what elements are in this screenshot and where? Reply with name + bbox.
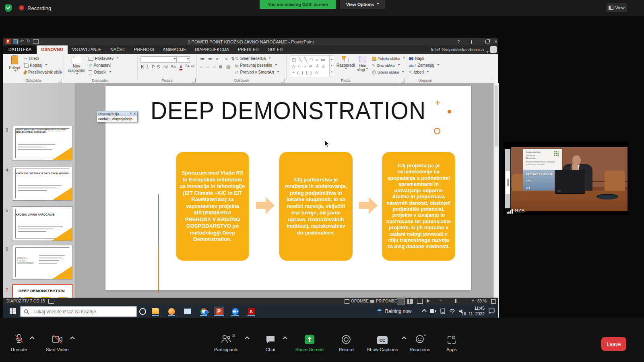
comments-button[interactable]: PRIPOMBE (370, 298, 397, 304)
view-button[interactable]: View (606, 3, 627, 12)
close-icon[interactable]: ✕ (133, 111, 136, 116)
collapse-ribbon-icon[interactable]: ˆ (491, 77, 492, 81)
unmute-button[interactable]: Unmute (6, 334, 32, 352)
reading-view-icon[interactable] (417, 299, 423, 304)
ppt-title-bar[interactable]: P ↶ ↻ ⌄ 1 POWER POINT KROŽNO JAVNO NAROČ… (3, 38, 498, 45)
speakerphone (597, 194, 618, 200)
zoom-app-icon[interactable] (230, 306, 240, 316)
arrow-shape[interactable] (256, 196, 275, 215)
search-input[interactable] (33, 309, 136, 315)
slide-thumbnail-5[interactable]: KROŽNO JAVNO NAROČANJE (12, 206, 72, 241)
firefox-icon[interactable] (167, 306, 176, 316)
apps-icon (447, 335, 456, 344)
slide-sorter-view-icon[interactable] (407, 299, 413, 304)
slide-number: 3 (6, 128, 8, 132)
action-center-icon[interactable] (489, 309, 495, 314)
start-button[interactable] (10, 308, 16, 314)
slide-box-1[interactable]: Sporazum med Vlado RS in Evropskim inšti… (176, 152, 249, 261)
captions-options-chevron[interactable] (402, 336, 406, 341)
video-panel-handle[interactable] (505, 149, 510, 208)
notes-button[interactable]: OPOMBE (345, 298, 369, 304)
zoom-slider[interactable] (444, 301, 469, 301)
record-button[interactable]: Record (333, 334, 359, 352)
device-tray-icon[interactable] (440, 309, 445, 314)
slide-thumbnail-3[interactable]: UPOŠTEVANJE OKOLJSKIH VIDIKOV PRI POSTOP… (12, 126, 72, 160)
chrome-icon[interactable] (199, 306, 208, 316)
camera-tray-icon[interactable] (430, 309, 436, 313)
slide-box-2[interactable]: Cilj partnerstva je mreženje in sodelova… (279, 152, 353, 261)
file-explorer-icon[interactable] (151, 306, 160, 316)
tab-vstavljanje[interactable]: VSTAVLJANJE (68, 45, 106, 54)
tab-prehodi[interactable]: PREHODI (130, 45, 158, 54)
accent-triangle (52, 227, 72, 241)
paragraph-group-label: Odstavek (198, 78, 285, 82)
powerpoint-taskbar-icon[interactable]: P (214, 306, 224, 316)
slide-canvas[interactable]: DEEP DEMONSTRATION + Sporazum med Vlado … (105, 86, 471, 290)
participants-options-chevron[interactable] (245, 336, 249, 341)
weather-widget[interactable]: ☂ Raining now (377, 304, 412, 318)
close-icon[interactable]: ✕ (494, 39, 497, 44)
zoom-out-icon[interactable]: − (440, 298, 442, 303)
hidden-icons-chevron[interactable] (422, 309, 426, 313)
cortana-icon[interactable] (138, 306, 147, 316)
participants-count-badge: 3 (232, 333, 235, 338)
wifi-icon[interactable] (449, 309, 455, 314)
participants-button[interactable]: 3 Participants (210, 334, 242, 352)
minimize-icon[interactable] (477, 42, 480, 42)
slideshow-floating-toolbar[interactable]: Diaprojekcija✕ Nadaljuj diaprojekcijo (97, 111, 138, 122)
show-captions-button[interactable]: CC Show Captions (363, 334, 402, 352)
zoom-slider-handle[interactable] (455, 299, 456, 303)
font-group-label: Pisava (138, 78, 196, 82)
chevron-down-icon[interactable] (130, 113, 132, 115)
slides-group-label: Diapozitivi (66, 78, 135, 82)
arrow-shape[interactable] (359, 196, 378, 215)
participants-icon (221, 335, 231, 343)
mail-icon[interactable] (183, 306, 192, 316)
clock[interactable]: 11:45 16. 11. 2022 (460, 306, 485, 317)
scrollbar-thumb[interactable] (495, 86, 498, 146)
resume-slideshow-item[interactable]: Nadaljuj diaprojekcijo (97, 116, 137, 122)
chat-button[interactable]: Chat (258, 334, 283, 352)
reactions-button[interactable]: + Reactions (407, 334, 433, 352)
tab-osnovno[interactable]: OSNOVNO (37, 45, 68, 54)
proofing-icon[interactable] (48, 299, 54, 304)
fit-to-window-icon[interactable] (491, 299, 496, 304)
slide-thumbnail-4[interactable]: NAČIN VKLJUČEVANJA OKOLJSKIH VIDIKOV (12, 166, 72, 201)
help-icon[interactable]: ? (457, 39, 460, 44)
tab-datoteka[interactable]: DATOTEKA (3, 45, 37, 54)
paragraph-dialog-launcher[interactable] (281, 78, 285, 82)
leave-button[interactable]: Leave (601, 337, 626, 351)
chat-options-chevron[interactable] (283, 336, 287, 341)
drawing-dialog-launcher[interactable] (401, 78, 405, 82)
webcam-video-window[interactable]: Gospodarska zbornica Slovenije Zbornica … (504, 142, 628, 215)
tab-nacrt[interactable]: NAČRT (106, 45, 130, 54)
clipboard-dialog-launcher[interactable] (58, 78, 62, 82)
tab-pregled[interactable]: PREGLED (233, 45, 263, 54)
normal-view-icon[interactable] (397, 298, 405, 304)
font-dialog-launcher[interactable] (192, 78, 196, 82)
captions-icon: CC (377, 336, 388, 344)
ribbon-display-icon[interactable] (467, 40, 472, 44)
adobe-reader-icon[interactable]: A (246, 306, 256, 316)
restore-icon[interactable] (485, 40, 489, 43)
share-screen-button[interactable]: Share Screen (292, 334, 327, 352)
slideshow-view-icon[interactable] (427, 299, 432, 303)
tab-ogled[interactable]: OGLED (263, 45, 287, 54)
slide-box-3[interactable]: Cilj projekta pa je osredotočenje na spo… (382, 152, 455, 261)
view-options-dropdown[interactable]: View Options (340, 0, 385, 9)
zoom-bottom-toolbar: Unmute Start Video 3 Participants Chat S (0, 318, 644, 362)
start-video-button[interactable]: Start Video (42, 334, 72, 352)
account-name[interactable]: Info4 Gospodarska zbornica (431, 45, 484, 54)
zoom-level[interactable]: 89 % (477, 298, 487, 304)
tab-diaprojekcija[interactable]: DIAPROJEKCIJA (190, 45, 233, 54)
clipboard-group-label: Odložišče (7, 78, 60, 82)
apps-button[interactable]: Apps (440, 334, 463, 352)
show-desktop-divider[interactable] (498, 306, 498, 316)
avatar[interactable] (490, 46, 497, 53)
drag-handle[interactable] (506, 171, 510, 194)
taskbar-search[interactable] (20, 306, 137, 317)
tab-animacije[interactable]: ANIMACIJE (159, 45, 191, 54)
slide-indicator: DIAPOZITIV 7 OD 15 (6, 298, 45, 304)
zoom-in-icon[interactable]: + (472, 298, 474, 303)
slide-thumbnail-6[interactable]: PREHOD V KROŽNO GOSPODARSTVO (12, 245, 72, 280)
